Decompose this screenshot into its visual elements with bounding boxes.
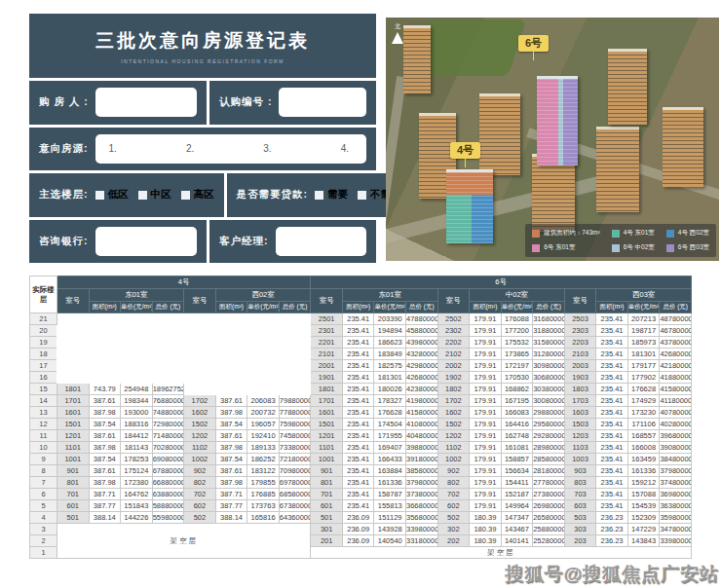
table-cell: 41080000 xyxy=(406,419,438,430)
table-cell: 1201 xyxy=(311,430,343,442)
table-cell: 1502 xyxy=(184,419,216,430)
legend-swatch xyxy=(612,230,620,238)
table-cell: 171106 xyxy=(627,419,660,430)
checkbox-icon[interactable] xyxy=(315,191,323,200)
column-header: 室号 xyxy=(57,289,90,313)
table-cell: 1202 xyxy=(184,430,216,442)
table-cell: 73380000 xyxy=(279,442,311,454)
column-header: 单价(元/m²) xyxy=(501,302,533,313)
table-cell: 2302 xyxy=(437,325,470,337)
legend-item-6-west03: 6号 西03室 xyxy=(666,243,709,252)
table-cell: 68580000 xyxy=(279,489,311,500)
building-4-highlight xyxy=(446,169,493,243)
checkbox-low-zone[interactable]: 低区 xyxy=(95,188,129,202)
table-cell: 2303 xyxy=(564,325,596,337)
table-cell: 171955 xyxy=(374,430,406,442)
checkbox-high-zone[interactable]: 高区 xyxy=(181,188,214,202)
table-cell: 166083 xyxy=(501,407,533,419)
table-cell: 702 xyxy=(184,489,216,500)
table-cell: 207213 xyxy=(627,313,660,325)
intent-slot-3: 3. xyxy=(263,143,271,154)
table-row: 6701387.7116476263880000702387.711768856… xyxy=(30,489,692,500)
column-header: 总价 (元) xyxy=(533,302,565,313)
table-cell: 31580000 xyxy=(533,337,565,349)
column-header: 室号 xyxy=(184,289,216,313)
table-cell: 47880000 xyxy=(406,313,438,325)
table-cell: 388.14 xyxy=(215,512,247,524)
table-cell xyxy=(184,384,311,395)
table-cell: 198717 xyxy=(627,325,660,337)
table-cell: 69080000 xyxy=(152,454,184,465)
table-cell: 37380000 xyxy=(406,489,438,500)
column-header: 4号 xyxy=(57,276,311,289)
buyer-input[interactable] xyxy=(95,88,197,117)
table-cell: 48780000 xyxy=(660,313,692,325)
table-cell: 2103 xyxy=(564,349,596,360)
table-cell: 179.91 xyxy=(470,337,502,349)
table-row: 5601387.7715184358880000602387.771737636… xyxy=(30,500,692,512)
table-cell: 1701 xyxy=(57,395,90,407)
table-cell: 40780000 xyxy=(660,407,692,419)
table-cell: 177200 xyxy=(501,325,533,337)
table-cell: 155813 xyxy=(374,500,406,512)
table-cell: 236.23 xyxy=(596,535,628,547)
intent-input[interactable]: 1. 2. 3. 4. xyxy=(95,134,367,164)
table-cell: 1601 xyxy=(311,407,343,419)
table-cell: 1802 xyxy=(437,384,470,395)
table-cell: 236.09 xyxy=(342,524,374,535)
table-cell: 1701 xyxy=(311,395,343,407)
table-cell: 1101 xyxy=(311,442,343,454)
column-header: 6号 xyxy=(311,276,692,289)
table-cell: 173763 xyxy=(247,500,280,512)
table-cell: 143928 xyxy=(374,524,406,535)
form-row-options: 主选楼层: 低区 中区 高区 是否需要贷款: 需要 不需要 xyxy=(29,173,376,217)
table-cell: 172197 xyxy=(501,360,533,372)
table-cell: 1501 xyxy=(57,419,90,430)
table-cell: 702 xyxy=(437,489,470,500)
table-cell: 154539 xyxy=(627,500,660,512)
checkbox-icon[interactable] xyxy=(95,191,104,200)
table-cell: 179.91 xyxy=(470,372,502,384)
legend-item-4-west02: 4号 西02室 xyxy=(666,229,709,238)
form-title-block: 三批次意向房源登记表 INTENTIONAL HOUSING REGISTRAT… xyxy=(29,14,376,78)
table-cell: 179.91 xyxy=(470,477,502,489)
table-cell: 2102 xyxy=(437,349,470,360)
building-4-tag: 4号 xyxy=(450,142,480,167)
checkbox-icon[interactable] xyxy=(181,191,190,200)
table-cell: 30680000 xyxy=(533,372,565,384)
manager-input[interactable] xyxy=(276,227,367,256)
table-cell: 34780000 xyxy=(660,524,692,535)
table-cell: 179.91 xyxy=(470,407,502,419)
checkbox-icon[interactable] xyxy=(358,191,366,200)
table-cell: 178253 xyxy=(121,454,153,465)
table-cell: 502 xyxy=(437,512,470,524)
checkbox-loan-yes[interactable]: 需要 xyxy=(315,188,348,202)
table-cell: 63880000 xyxy=(152,489,184,500)
intent-slot-2: 2. xyxy=(186,143,194,154)
table-cell: 235.41 xyxy=(596,477,628,489)
table-cell: 183849 xyxy=(374,349,406,360)
table-cell: 5 xyxy=(30,500,57,512)
table-cell: 501 xyxy=(311,512,343,524)
table-cell: 387.98 xyxy=(215,442,247,454)
code-input[interactable] xyxy=(279,88,366,117)
table-cell: 387.54 xyxy=(89,454,121,465)
table-cell: 236.23 xyxy=(596,524,628,535)
table-cell: 35980000 xyxy=(660,512,692,524)
table-cell: 235.41 xyxy=(596,360,628,372)
table-cell: 203390 xyxy=(374,313,406,325)
buyer-field: 购 房 人 : xyxy=(29,81,207,125)
table-cell: 40280000 xyxy=(660,419,692,430)
table-cell: 41580000 xyxy=(406,407,438,419)
table-cell: 200732 xyxy=(247,407,280,419)
table-cell: 169407 xyxy=(374,442,406,454)
table-cell: 194894 xyxy=(374,325,406,337)
table-cell: 41880000 xyxy=(660,372,692,384)
table-cell xyxy=(57,313,311,384)
checkbox-icon[interactable] xyxy=(138,191,147,200)
table-cell: 176628 xyxy=(627,384,660,395)
table-cell: 36380000 xyxy=(660,500,692,512)
bank-input[interactable] xyxy=(95,227,198,256)
table-cell: 188316 xyxy=(121,419,153,430)
checkbox-mid-zone[interactable]: 中区 xyxy=(138,188,171,202)
